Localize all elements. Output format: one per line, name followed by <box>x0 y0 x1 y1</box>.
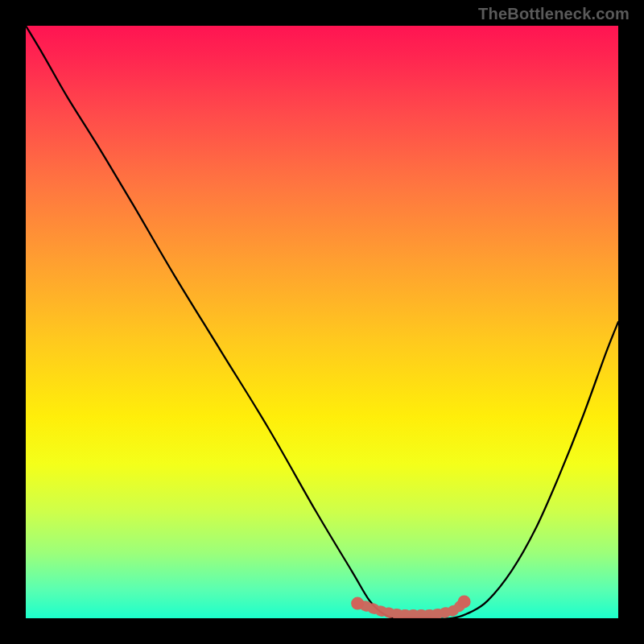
optimal-zone-path <box>357 601 464 614</box>
watermark-text: TheBottleneck.com <box>478 5 630 23</box>
optimal-endpoint-dot <box>458 595 471 608</box>
chart-svg <box>26 26 618 618</box>
bottleneck-curve-path <box>26 26 618 618</box>
plot-area <box>26 26 618 618</box>
curve-series <box>26 26 618 618</box>
optimal-dots <box>351 595 470 614</box>
optimal-endpoint-dot <box>351 597 364 610</box>
chart-container: { "watermark": "TheBottleneck.com", "cha… <box>0 0 644 644</box>
